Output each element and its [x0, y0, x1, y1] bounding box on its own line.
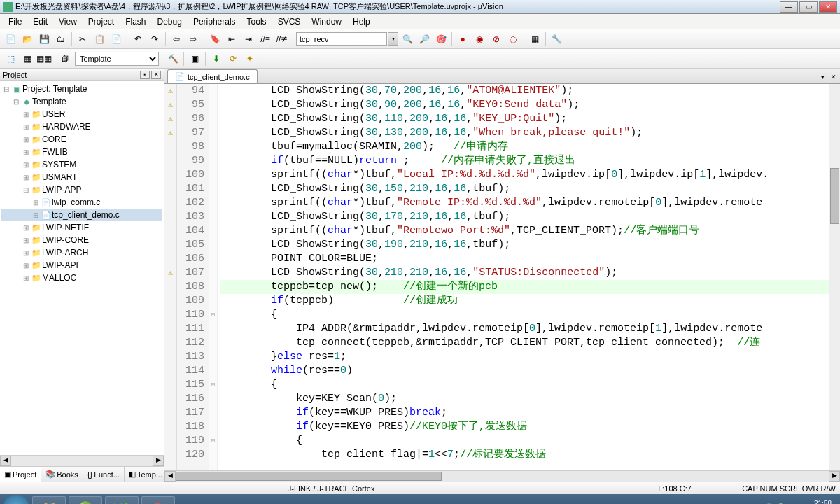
indent-left-button[interactable]: ⇤ [224, 31, 239, 47]
start-button[interactable]: ⊞ [3, 495, 29, 504]
breakpoint-button[interactable]: ◉ [472, 31, 487, 47]
translate-button[interactable]: ⬚ [3, 51, 18, 66]
code-line[interactable]: LCD_ShowString(30,90,200,16,16,"KEY0:Sen… [220, 98, 829, 112]
tree-item[interactable]: ⊞📁USMART [1, 171, 162, 183]
find-button[interactable]: 🔍 [400, 31, 415, 47]
minimize-button[interactable]: — [780, 1, 798, 13]
disable-breakpoint-button[interactable]: ◌ [505, 31, 521, 47]
proj-tab-temp[interactable]: ◧Temp... [125, 467, 167, 482]
code-line[interactable]: tbuf=mymalloc(SRAMIN,200); //申请内存 [220, 140, 829, 154]
task-app2[interactable]: V§ [105, 496, 139, 504]
code-line[interactable]: { [220, 378, 829, 392]
tree-item[interactable]: ⊟◆Template [1, 95, 162, 108]
panel-close-button[interactable]: ✕ [151, 71, 161, 79]
nav-fwd-button[interactable]: ⇨ [186, 31, 201, 47]
scroll-left-icon[interactable]: ◀ [164, 471, 176, 482]
editor-dropdown-button[interactable]: ▾ [818, 72, 827, 82]
task-powerpoint[interactable]: P [141, 496, 175, 504]
tree-item[interactable]: ⊞📁CORE [1, 133, 162, 146]
options-button[interactable]: 🔨 [165, 51, 181, 66]
open-button[interactable]: 📂 [20, 31, 35, 47]
system-tray[interactable]: ▲ 🖧 🔊 🔋 ⚑ 21:58 2015/7/20 [741, 500, 837, 504]
menu-view[interactable]: View [53, 15, 83, 28]
search-dropdown[interactable]: ▾ [388, 32, 398, 46]
batch-build-button[interactable]: 🗊 [58, 51, 74, 66]
code-line[interactable]: if(key==KEY0_PRES)//KEY0按下了,发送数据 [220, 420, 829, 434]
editor-tab-active[interactable]: 📄 tcp_client_demo.c [167, 69, 258, 83]
proj-tab-project[interactable]: ▣Project [0, 467, 41, 482]
redo-button[interactable]: ↷ [147, 31, 162, 47]
copy-button[interactable]: 📋 [92, 31, 107, 47]
rebuild-button[interactable]: ▦▦ [36, 51, 52, 66]
tree-item[interactable]: ⊞📁USER [1, 108, 162, 120]
menu-project[interactable]: Project [83, 15, 120, 28]
tree-item[interactable]: ⊞📄lwip_comm.c [1, 196, 162, 209]
proj-hscroll[interactable]: ◀ ▶ [0, 455, 164, 466]
code-line[interactable]: sprintf((char*)tbuf,"Remotewo Port:%d",T… [220, 224, 829, 238]
task-explorer[interactable]: 📁 [32, 496, 66, 504]
close-button[interactable]: ✕ [819, 1, 837, 13]
tree-item[interactable]: ⊟📁LWIP-APP [1, 183, 162, 196]
scroll-right-icon[interactable]: ▶ [153, 456, 164, 466]
kill-breakpoint-button[interactable]: ⊘ [489, 31, 504, 47]
task-app1[interactable]: 🟢 [69, 496, 102, 504]
uncomment-button[interactable]: //≢ [274, 31, 290, 47]
download-button[interactable]: ⬇ [209, 51, 224, 66]
tree-item[interactable]: ⊞📁MALLOC [1, 272, 162, 284]
indent-right-button[interactable]: ⇥ [241, 31, 256, 47]
proj-tab-books[interactable]: 📚Books [41, 467, 83, 482]
editor-hscroll[interactable]: ◀ ▶ [164, 470, 840, 482]
code-line[interactable]: LCD_ShowString(30,110,200,16,16,"KEY_UP:… [220, 112, 829, 126]
menu-help[interactable]: Help [347, 15, 376, 28]
tree-item[interactable]: ⊟▣Project: Template [1, 83, 162, 95]
code-line[interactable]: if(tbuf==NULL)return ; //内存申请失败了,直接退出 [220, 154, 829, 168]
tree-item[interactable]: ⊞📁LWIP-CORE [1, 234, 162, 246]
project-tree[interactable]: ⊟▣Project: Template⊟◆Template⊞📁USER⊞📁HAR… [0, 81, 164, 455]
code-line[interactable]: }else res=1; [220, 350, 829, 364]
tree-item[interactable]: ⊞📁LWIP-API [1, 259, 162, 272]
tree-item[interactable]: ⊞📁SYSTEM [1, 158, 162, 171]
window-layout-button[interactable]: ▦ [527, 31, 542, 47]
code-line[interactable]: tcp_connect(tcppcb,&rmtipaddr,TCP_CLIENT… [220, 336, 829, 350]
proj-tab-funct[interactable]: {}Funct... [83, 467, 125, 482]
code-line[interactable]: if(tcppcb) //创建成功 [220, 294, 829, 308]
scroll-right-icon[interactable]: ▶ [829, 471, 840, 482]
nav-back-button[interactable]: ⇦ [169, 31, 184, 47]
code-line[interactable]: LCD_ShowString(30,130,200,16,16,"When br… [220, 126, 829, 140]
stop-build-button[interactable]: ⟳ [225, 51, 241, 66]
tree-item[interactable]: ⊞📁LWIP-NETIF [1, 221, 162, 234]
scroll-left-icon[interactable]: ◀ [0, 456, 11, 466]
bookmark-button[interactable]: 🔖 [207, 31, 223, 47]
code-line[interactable]: key=KEY_Scan(0); [220, 392, 829, 406]
paste-button[interactable]: 📄 [108, 31, 124, 47]
menu-flash[interactable]: Flash [120, 15, 151, 28]
code-line[interactable]: LCD_ShowString(30,190,210,16,16,tbuf); [220, 238, 829, 252]
menu-peripherals[interactable]: Peripherals [188, 15, 241, 28]
tree-item[interactable]: ⊞📁LWIP-ARCH [1, 246, 162, 259]
code-line[interactable]: if(key==WKUP_PRES)break; [220, 406, 829, 420]
incremental-find-button[interactable]: 🎯 [433, 31, 449, 47]
code-line[interactable]: IP4_ADDR(&rmtipaddr,lwipdev.remoteip[0],… [220, 322, 829, 336]
tree-item[interactable]: ⊞📁FWLIB [1, 146, 162, 158]
manage-button[interactable]: ▣ [187, 51, 202, 66]
code-line[interactable]: POINT_COLOR=BLUE; [220, 252, 829, 266]
comment-button[interactable]: //≡ [258, 31, 273, 47]
menu-debug[interactable]: Debug [152, 15, 188, 28]
configure-button[interactable]: 🔧 [549, 31, 564, 47]
undo-button[interactable]: ↶ [130, 31, 146, 47]
code-line[interactable]: tcppcb=tcp_new(); //创建一个新的pcb [220, 280, 829, 294]
fold-column[interactable]: ⊟⊟⊟ [209, 84, 218, 470]
code-line[interactable]: while(res==0) [220, 364, 829, 378]
editor-vscroll[interactable] [829, 84, 840, 470]
panel-pin-button[interactable]: ▪ [140, 71, 150, 79]
code-line[interactable]: LCD_ShowString(30,150,210,16,16,tbuf); [220, 182, 829, 196]
find-in-files-button[interactable]: 🔎 [416, 31, 432, 47]
code-text[interactable]: LCD_ShowString(30,70,200,16,16,"ATOM@ALI… [218, 84, 829, 470]
menu-edit[interactable]: Edit [27, 15, 53, 28]
code-line[interactable]: sprintf((char*)tbuf,"Remote IP:%d.%d.%d.… [220, 196, 829, 210]
code-line[interactable]: tcp_client_flag|=1<<7;//标记要发送数据 [220, 448, 829, 462]
menu-svcs[interactable]: SVCS [272, 15, 307, 28]
save-button[interactable]: 💾 [36, 31, 52, 47]
build-target-icon[interactable]: ▦ [20, 51, 35, 66]
erase-button[interactable]: ✦ [242, 51, 258, 66]
